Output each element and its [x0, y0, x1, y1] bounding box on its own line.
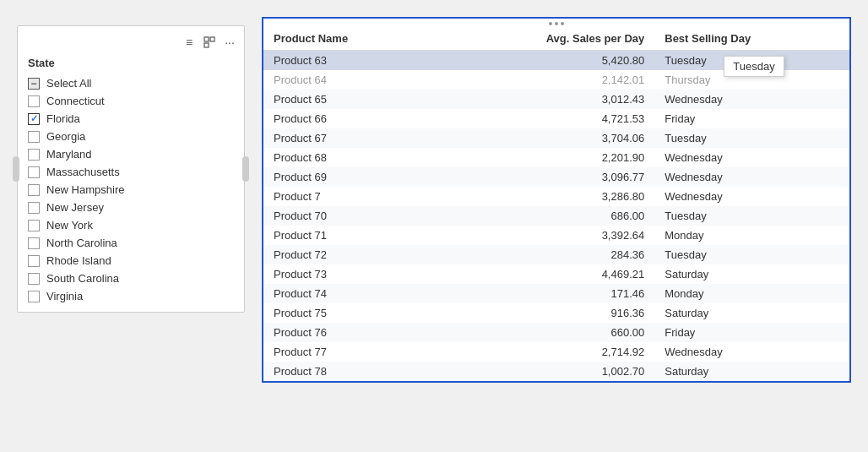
checkbox-florida[interactable]	[28, 113, 40, 125]
table-row[interactable]: Product 772,714.92Wednesday	[263, 342, 849, 362]
table-row[interactable]: Product 682,201.90Wednesday	[263, 148, 849, 167]
filter-label-massachusetts: Massachusetts	[46, 166, 120, 178]
filter-item-select-all[interactable]: −Select All	[18, 74, 244, 92]
table-row[interactable]: Product 73,286.80Wednesday	[263, 187, 849, 206]
table-header-row: Product Name Avg. Sales per Day Best Sel…	[263, 27, 849, 51]
filter-item-rhode-island[interactable]: Rhode Island	[18, 252, 244, 270]
checkbox-new-york[interactable]	[28, 220, 40, 231]
cell-day-5: Wednesday	[654, 148, 849, 167]
filter-label-north-carolina: North Carolina	[46, 237, 117, 249]
filter-label-select-all: Select All	[46, 77, 91, 90]
cell-product-10: Product 72	[263, 245, 437, 264]
tooltip-box: Tuesday	[724, 56, 784, 77]
checkbox-new-jersey[interactable]	[28, 202, 40, 214]
filter-label-connecticut: Connecticut	[46, 95, 105, 107]
cell-product-3: Product 66	[263, 109, 437, 128]
table-row[interactable]: Product 781,002.70Saturday	[263, 362, 849, 381]
filter-label-virginia: Virginia	[46, 290, 83, 302]
cell-product-5: Product 68	[263, 148, 437, 167]
filter-item-north-carolina[interactable]: North Carolina	[18, 234, 244, 252]
cell-day-0: TuesdayTuesday	[654, 51, 849, 71]
checkbox-georgia[interactable]	[28, 131, 40, 143]
filter-items-list: −Select AllConnecticutFloridaGeorgiaMary…	[18, 74, 244, 305]
table-row[interactable]: Product 75916.36Saturday	[263, 303, 849, 323]
table-wrapper[interactable]: Product Name Avg. Sales per Day Best Sel…	[263, 27, 849, 381]
cell-day-8: Tuesday	[654, 206, 849, 226]
table-row[interactable]: Product 693,096.77Wednesday	[263, 167, 849, 187]
drag-dot	[549, 22, 552, 25]
checkbox-north-carolina[interactable]	[28, 237, 40, 249]
cell-product-12: Product 74	[263, 284, 437, 303]
cell-avg-2: 3,012.43	[437, 90, 655, 109]
filter-label-south-carolina: South Carolina	[46, 272, 119, 285]
filter-item-virginia[interactable]: Virginia	[18, 287, 244, 305]
hamburger-icon[interactable]: ≡	[182, 35, 197, 50]
cell-avg-11: 4,469.21	[437, 264, 655, 284]
table-row[interactable]: Product 713,392.64Monday	[263, 226, 849, 245]
cell-avg-15: 2,714.92	[437, 342, 655, 362]
cell-avg-5: 2,201.90	[437, 148, 655, 167]
cell-day-3: Friday	[654, 109, 849, 128]
filter-item-south-carolina[interactable]: South Carolina	[18, 270, 244, 287]
resize-handle-right[interactable]	[242, 156, 249, 182]
cell-product-16: Product 78	[263, 362, 437, 381]
table-row[interactable]: Product 635,420.80TuesdayTuesday	[263, 51, 849, 71]
filter-item-new-hampshire[interactable]: New Hampshire	[18, 181, 244, 199]
table-row[interactable]: Product 653,012.43Wednesday	[263, 90, 849, 109]
cell-avg-1: 2,142.01	[437, 70, 655, 90]
filter-item-massachusetts[interactable]: Massachusetts	[18, 163, 244, 181]
filter-item-florida[interactable]: Florida	[18, 110, 244, 128]
table-row[interactable]: Product 734,469.21Saturday	[263, 264, 849, 284]
filter-item-maryland[interactable]: Maryland	[18, 145, 244, 163]
cell-product-7: Product 7	[263, 187, 437, 206]
filter-item-georgia[interactable]: Georgia	[18, 128, 244, 145]
more-options-icon[interactable]: ···	[222, 35, 237, 50]
filter-panel-header: ≡ ···	[18, 33, 244, 53]
cell-avg-3: 4,721.53	[437, 109, 655, 128]
table-row[interactable]: Product 72284.36Tuesday	[263, 245, 849, 264]
table-row[interactable]: Product 74171.46Monday	[263, 284, 849, 303]
table-row[interactable]: Product 673,704.06Tuesday	[263, 128, 849, 148]
cell-avg-13: 916.36	[437, 303, 655, 323]
cell-product-15: Product 77	[263, 342, 437, 362]
table-row[interactable]: Product 664,721.53Friday	[263, 109, 849, 128]
checkbox-south-carolina[interactable]	[28, 273, 40, 285]
checkbox-massachusetts[interactable]	[28, 166, 40, 178]
filter-panel: ≡ ··· State −Select AllConnecticutFlorid…	[17, 25, 245, 313]
col-avg-sales: Avg. Sales per Day	[437, 27, 655, 51]
cell-day-15: Wednesday	[654, 342, 849, 362]
drag-handle[interactable]	[263, 19, 849, 27]
cell-product-0: Product 63	[263, 51, 437, 71]
cell-day-7: Wednesday	[654, 187, 849, 206]
cell-product-11: Product 73	[263, 264, 437, 284]
cell-product-8: Product 70	[263, 206, 437, 226]
filter-item-new-jersey[interactable]: New Jersey	[18, 199, 244, 216]
svg-rect-2	[204, 43, 209, 47]
tooltip-container: TuesdayTuesday	[665, 54, 706, 67]
cell-avg-0: 5,420.80	[437, 51, 655, 71]
data-table: Product Name Avg. Sales per Day Best Sel…	[263, 27, 849, 381]
filter-item-connecticut[interactable]: Connecticut	[18, 92, 244, 110]
drag-dot	[555, 22, 558, 25]
checkbox-rhode-island[interactable]	[28, 255, 40, 267]
cell-day-2: Wednesday	[654, 90, 849, 109]
cell-day-6: Wednesday	[654, 167, 849, 187]
cell-day-13: Saturday	[654, 303, 849, 323]
checkbox-virginia[interactable]	[28, 291, 40, 302]
filter-item-new-york[interactable]: New York	[18, 216, 244, 234]
checkbox-select-all[interactable]: −	[28, 78, 40, 90]
resize-handle-left[interactable]	[13, 156, 19, 182]
expand-icon[interactable]	[202, 35, 217, 50]
filter-label-new-hampshire: New Hampshire	[46, 183, 124, 196]
checkbox-new-hampshire[interactable]	[28, 184, 40, 196]
cell-avg-12: 171.46	[437, 284, 655, 303]
filter-label-florida: Florida	[46, 112, 80, 125]
table-row[interactable]: Product 70686.00Tuesday	[263, 206, 849, 226]
table-row[interactable]: Product 76660.00Friday	[263, 323, 849, 342]
cell-day-11: Saturday	[654, 264, 849, 284]
filter-label-maryland: Maryland	[46, 148, 91, 161]
checkbox-maryland[interactable]	[28, 149, 40, 161]
filter-label-new-jersey: New Jersey	[46, 201, 104, 214]
checkbox-connecticut[interactable]	[28, 95, 40, 107]
day-value: Tuesday	[665, 54, 706, 67]
